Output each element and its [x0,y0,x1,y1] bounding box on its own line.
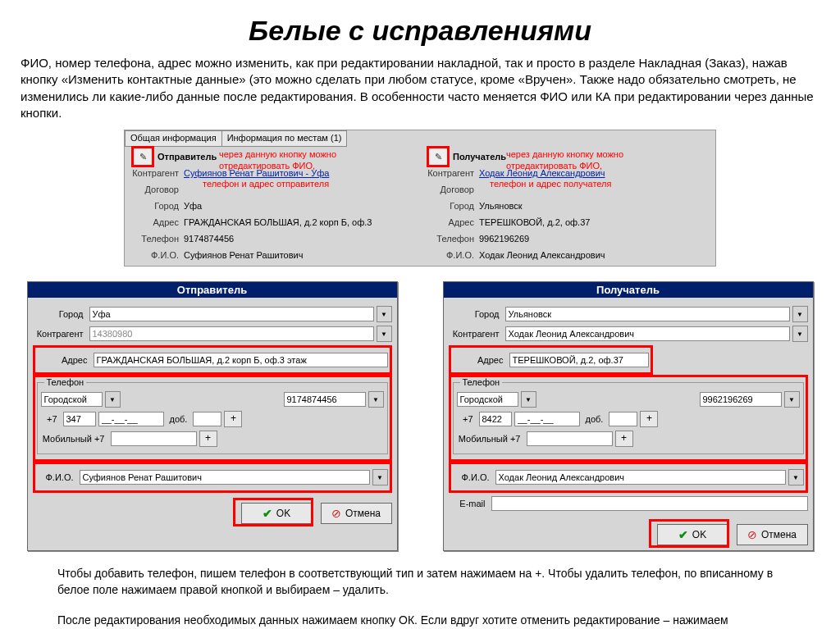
label-fio: Ф.И.О. [427,250,479,260]
receiver-city-input[interactable] [505,307,790,321]
label-city: Город [449,309,503,319]
dropdown-icon[interactable]: ▼ [368,391,384,408]
phone-type-select[interactable] [41,392,103,407]
receiver-phone: 9962196269 [479,234,709,244]
label-plus7: +7 [41,414,61,424]
sender-fio-input[interactable] [80,470,370,485]
dropdown-icon[interactable]: ▼ [372,469,388,485]
sender-phone-list[interactable] [284,392,366,407]
sender-address: ГРАЖДАНСКАЯ БОЛЬШАЯ, д.2 корп Б, оф.3 [184,217,413,227]
label-city: Город [427,201,479,211]
sender-city: Уфа [184,201,413,211]
label-address: Адрес [427,217,479,227]
sender-city-input[interactable] [89,307,374,321]
intro-paragraph: ФИО, номер телефона, адрес можно изменит… [0,55,840,121]
receiver-address-input[interactable] [509,353,649,367]
label-fio: Ф.И.О. [131,250,184,260]
dropdown-icon[interactable]: ▼ [792,326,808,342]
label-contragent: Контрагент [427,168,479,178]
label-fio: Ф.И.О. [453,472,493,482]
dialog-title-sender: Отправитель [28,282,397,298]
label-city: Город [131,201,184,211]
dropdown-icon[interactable]: ▼ [784,391,800,408]
dropdown-icon[interactable]: ▼ [792,306,808,322]
receiver-fio: Ходак Леонид Александрович [479,250,709,260]
edit-receiver-icon[interactable]: ✎ [427,146,450,167]
add-mobile-button[interactable]: + [615,431,633,447]
add-phone-button[interactable]: + [224,411,242,427]
label-email: E-mail [449,499,489,508]
add-phone-button[interactable]: + [640,411,658,427]
hint-receiver-bottom: телефон и адрес получателя [490,179,654,190]
receiver-heading: Получатель [453,152,506,162]
label-city: Город [33,309,87,319]
sender-area-input[interactable] [63,412,96,426]
tab-general[interactable]: Общая информация [125,130,222,147]
sender-contragent-input[interactable] [89,326,374,341]
label-fio: Ф.И.О. [37,472,77,482]
dropdown-icon[interactable]: ▼ [788,469,804,485]
dropdown-icon[interactable]: ▼ [377,306,392,322]
phone-type-select[interactable] [457,392,518,407]
sender-mobile-input[interactable] [111,431,197,446]
waybill-info-panel: Общая информация Информация по местам (1… [124,130,716,267]
receiver-phone-list[interactable] [700,392,782,407]
receiver-email-input[interactable] [491,496,808,511]
cancel-icon: ⊘ [331,507,341,520]
label-contragent: Контрагент [449,329,503,339]
sender-fio: Суфиянов Ренат Рашитович [184,250,413,260]
hint-sender-bottom: телефон и адрес отправителя [203,179,367,190]
dropdown-icon[interactable]: ▼ [521,391,536,408]
instruction-phone: Чтобы добавить телефон, пишем телефон в … [0,566,840,598]
cancel-icon: ⊘ [747,528,757,541]
dialog-title-receiver: Получатель [444,282,813,298]
sender-address-input[interactable] [94,353,388,367]
cancel-label: Отмена [761,529,797,540]
label-address: Адрес [131,217,184,227]
instruction-ok: После редактирования необходимых данных … [0,613,840,629]
phone-group-title: Телефон [44,377,87,387]
sender-phone: 9174874456 [184,234,413,244]
sender-heading: Отправитель [158,152,217,162]
ok-highlight [233,498,313,526]
receiver-mobile-input[interactable] [527,431,613,446]
receiver-contragent-input[interactable] [505,326,790,341]
receiver-area-input[interactable] [479,412,512,426]
label-mobile: Мобильный +7 [41,434,108,444]
cancel-label: Отмена [345,508,381,519]
label-phone: Телефон [427,234,479,244]
phone-group-title: Телефон [460,377,503,387]
label-address: Адрес [37,355,91,365]
label-plus7: +7 [457,414,477,424]
sender-num-input[interactable] [98,412,164,426]
label-mobile: Мобильный +7 [457,434,524,444]
label-contract: Договор [131,185,184,194]
ok-highlight [649,519,729,548]
receiver-ext-input[interactable] [609,412,637,426]
label-ext: доб. [167,414,191,424]
label-contragent: Контрагент [131,168,184,178]
label-address: Адрес [453,355,507,365]
receiver-edit-dialog: Получатель Город ▼ Контрагент ▼ Адрес [443,281,814,551]
receiver-address: ТЕРЕШКОВОЙ, д.2, оф.37 [479,217,709,227]
hint-receiver-top: через данную кнопку можно отредактироват… [506,149,670,172]
cancel-button[interactable]: ⊘Отмена [737,524,808,545]
receiver-fio-input[interactable] [495,470,786,485]
receiver-city: Ульяновск [479,201,709,211]
edit-sender-icon[interactable]: ✎ [131,146,154,167]
label-ext: доб. [582,414,607,424]
label-contract: Договор [427,185,479,194]
tab-places[interactable]: Информация по местам (1) [221,130,348,147]
receiver-num-input[interactable] [514,412,580,426]
label-phone: Телефон [131,234,184,244]
label-contragent: Контрагент [33,329,87,339]
sender-edit-dialog: Отправитель Город ▼ Контрагент ▼ Адрес [27,281,398,551]
dropdown-icon[interactable]: ▼ [105,391,121,408]
dropdown-icon[interactable]: ▼ [377,326,392,342]
cancel-button[interactable]: ⊘Отмена [321,503,392,524]
hint-sender-top: через данную кнопку можно отредактироват… [219,149,383,172]
add-mobile-button[interactable]: + [199,431,217,447]
sender-ext-input[interactable] [193,412,221,426]
page-title: Белые с исправлениями [0,15,840,47]
